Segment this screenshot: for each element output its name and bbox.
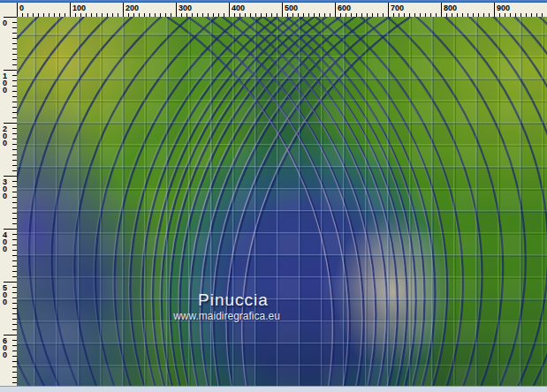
window-bottom-edge <box>0 386 547 392</box>
artwork-image <box>17 17 547 386</box>
horizontal-ruler: 0100200300400500600700800900 <box>17 3 547 17</box>
app-window: 0100200300400500600700800900 01002003004… <box>0 0 547 392</box>
ruler-corner <box>0 3 17 17</box>
canvas[interactable]: Pinuccia www.maidiregrafica.eu <box>17 17 547 386</box>
svg-text:500: 500 <box>285 4 298 12</box>
svg-text:600: 600 <box>338 4 351 12</box>
svg-text:0: 0 <box>3 245 7 253</box>
svg-text:800: 800 <box>444 4 457 12</box>
svg-text:900: 900 <box>497 4 510 12</box>
watermark-url: www.maidiregrafica.eu <box>141 310 313 322</box>
svg-text:0: 0 <box>3 298 7 306</box>
svg-text:0: 0 <box>3 86 7 94</box>
svg-text:200: 200 <box>125 4 139 12</box>
watermark-name: Pinuccia <box>149 290 317 310</box>
svg-text:0: 0 <box>3 351 7 359</box>
svg-text:700: 700 <box>391 4 404 12</box>
svg-text:300: 300 <box>179 4 192 12</box>
svg-text:0: 0 <box>3 19 7 27</box>
svg-text:400: 400 <box>232 4 245 12</box>
svg-text:0: 0 <box>3 192 7 200</box>
vertical-ruler: 0100200300400500600 <box>0 17 17 387</box>
svg-text:100: 100 <box>72 4 86 12</box>
svg-text:0: 0 <box>3 139 7 147</box>
svg-text:0: 0 <box>19 4 24 12</box>
